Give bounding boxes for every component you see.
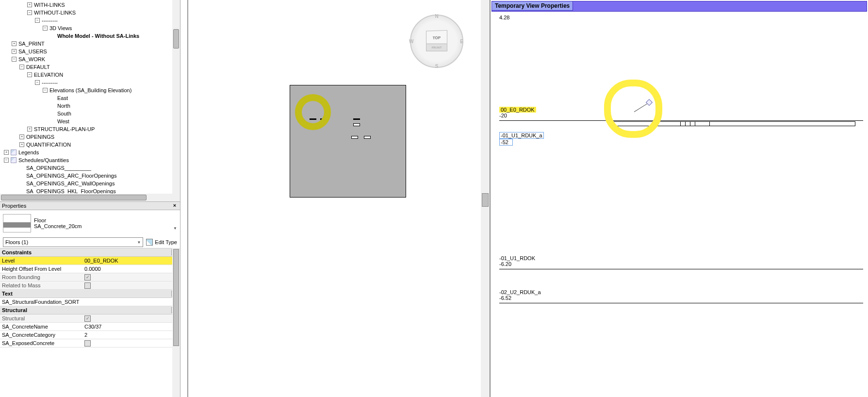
type-thumbnail [3,214,31,232]
tree-item[interactable]: West [57,117,69,125]
expand-icon[interactable]: + [19,134,24,139]
view-cube-faces[interactable]: TOP FRONT [426,29,448,51]
collapse-icon[interactable]: − [43,88,48,93]
view-cube[interactable]: N E S W TOP FRONT [410,15,463,68]
cube-front-face[interactable]: FRONT [426,44,447,51]
collapse-icon[interactable]: − [27,10,32,15]
level-name[interactable]: 00_E0_RDOK [499,107,536,113]
prop-row-structural-foundation-sort[interactable]: SA_StructuralFoundation_SORT [0,298,180,306]
tree-item[interactable]: QUANTIFICATION [26,141,71,149]
chevron-down-icon: ▼ [137,240,141,245]
collapse-icon[interactable]: − [19,65,24,69]
section-viewport[interactable]: Temporary View Properties 4.28 00_E0_RDO… [490,0,868,397]
prop-row-exposed-concrete[interactable]: SA_ExposedConcrete [0,339,180,347]
level-name[interactable]: -01_U1_RDUK_a [499,132,544,139]
level-line[interactable] [499,269,863,269]
tree-item[interactable]: Elevations (SA_Building Elevation) [49,86,131,94]
project-browser-tree[interactable]: +WITH-LINKS −WITHOUT-LINKS −--------- −3… [0,0,180,201]
legends-icon [11,149,16,155]
collapse-icon[interactable]: − [12,57,16,62]
tree-item[interactable]: WITH-LINKS [34,1,65,9]
collapse-icon[interactable]: − [35,18,40,23]
temporary-view-label: Temporary View Properties [492,1,573,11]
prop-row-related-to-mass[interactable]: Related to Mass [0,281,180,290]
tree-item[interactable]: Schedules/Quantities [18,156,69,164]
edit-type-button[interactable]: Edit Type [146,239,177,246]
checkbox-checked-icon[interactable]: ✓ [84,274,91,281]
tree-item[interactable]: SA_WORK [18,55,45,63]
level-value: 4.28 [499,15,509,20]
tree-item[interactable]: East [57,94,68,102]
level-name[interactable]: -02_U2_RDUK_a [499,289,541,295]
tree-item[interactable]: SA_OPENINGS_ARC_WallOpenings [26,180,115,187]
filter-dropdown[interactable]: Floors (1) ▼ [3,237,143,247]
group-constraints[interactable]: Constraints⌃ [0,248,180,257]
tree-item[interactable]: North [57,102,70,110]
tree-item-active[interactable]: Whole Model - Without SA-Links [57,32,139,40]
tree-item[interactable]: OPENINGS [26,133,54,141]
tree-item[interactable]: SA_OPENINGS_________ [26,164,91,172]
schedules-icon [11,157,16,163]
model-viewport-3d[interactable]: N E S W TOP FRONT [180,0,490,397]
tree-item[interactable]: SA_PRINT [18,40,45,48]
tree-item[interactable]: South [57,110,71,117]
collapse-icon[interactable]: − [43,26,48,31]
checkbox-icon[interactable] [84,340,91,347]
expand-icon[interactable]: + [27,127,32,132]
tree-item[interactable]: WITHOUT-LINKS [34,9,76,17]
edit-type-label: Edit Type [155,239,177,245]
prop-row-height-offset[interactable]: Height Offset From Level0.0000 [0,265,180,273]
prop-row-structural[interactable]: Structural✓ [0,314,180,323]
tree-item[interactable]: ELEVATION [34,71,63,79]
annotation-circle [604,80,662,138]
properties-title: Properties [2,203,26,209]
expand-icon[interactable]: + [4,150,9,155]
annotation-circle [295,94,331,130]
tree-item[interactable]: 3D Views [49,24,72,32]
tree-item[interactable]: SA_USERS [18,48,47,55]
tree-item[interactable]: STRUCTURAL-PLAN-UP [34,125,95,133]
collapse-icon[interactable]: − [27,72,32,77]
prop-row-concrete-category[interactable]: SA_ConcreteCategory2 [0,331,180,339]
expand-icon[interactable]: + [19,142,24,147]
level-line[interactable] [499,120,863,121]
tree-scrollbar-vertical[interactable] [172,0,180,194]
tree-item[interactable]: DEFAULT [26,63,50,71]
collapse-icon[interactable]: − [4,158,9,163]
type-selector[interactable]: Floor SA_Concrete_20cm ▼ [0,210,180,236]
prop-row-concrete-name[interactable]: SA_ConcreteNameC30/37 [0,323,180,331]
group-text[interactable]: Text⌃ [0,290,180,298]
filter-label: Floors (1) [5,239,28,245]
expand-icon[interactable]: + [27,2,32,7]
prop-row-room-bounding[interactable]: Room Bounding✓ [0,273,180,281]
hosted-element[interactable] [634,103,649,122]
type-family: Floor [34,217,173,223]
tree-scrollbar-horizontal[interactable] [0,194,180,201]
expand-icon[interactable]: + [12,49,16,54]
level-value: -6.52 [499,295,541,301]
level-value: -20 [499,113,536,118]
level-name[interactable]: -01_U1_RDOK [499,255,535,261]
type-name: SA_Concrete_20cm [34,223,173,229]
chevron-down-icon[interactable]: ▼ [173,226,177,232]
properties-grid: Constraints⌃ Level00_E0_RDOK Height Offs… [0,248,180,397]
properties-header: Properties × [0,201,180,210]
tree-item[interactable]: SA_OPENINGS_ARC_FloorOpenings [26,172,116,180]
collapse-icon[interactable]: − [35,80,40,85]
checkbox-checked-icon[interactable]: ✓ [84,315,91,322]
properties-scrollbar[interactable] [172,248,180,397]
level-value: -6.20 [499,261,535,267]
left-panel: +WITH-LINKS −WITHOUT-LINKS −--------- −3… [0,0,180,397]
level-line[interactable] [499,303,863,303]
close-icon[interactable]: × [171,202,178,208]
level-value[interactable]: -52 [499,139,513,146]
viewport-scrollbar-vertical[interactable] [481,0,490,397]
tree-item[interactable]: Legends [18,149,39,156]
expand-icon[interactable]: + [12,41,16,46]
prop-row-level[interactable]: Level00_E0_RDOK [0,257,180,265]
temporary-view-banner: Temporary View Properties [491,1,867,12]
tree-item[interactable]: --------- [42,79,58,86]
checkbox-icon[interactable] [84,282,91,289]
group-structural[interactable]: Structural⌃ [0,306,180,314]
tree-item[interactable]: --------- [42,17,58,24]
